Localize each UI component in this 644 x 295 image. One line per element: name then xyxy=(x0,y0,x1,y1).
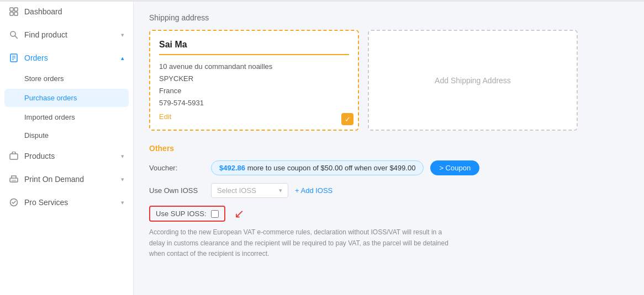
sidebar-sub-purchase-orders-label: Purchase orders xyxy=(24,94,77,102)
svg-line-5 xyxy=(15,36,18,39)
edit-address-link[interactable]: Edit xyxy=(159,112,171,121)
print-chevron-icon: ▾ xyxy=(121,176,124,183)
sidebar-item-orders[interactable]: Orders ▴ xyxy=(0,46,133,69)
address-line3: France xyxy=(159,85,349,97)
pro-icon xyxy=(9,197,19,207)
products-icon xyxy=(9,151,19,161)
notice-text: According to the new European VAT e-comm… xyxy=(149,227,458,259)
ioss-row: Use Own IOSS Select IOSS ▾ + Add IOSS xyxy=(149,183,629,198)
use-own-ioss-label: Use Own IOSS xyxy=(149,186,204,195)
voucher-row: Voucher: $492.86 more to use coupon of $… xyxy=(149,160,629,175)
ioss-select[interactable]: Select IOSS ▾ xyxy=(211,183,288,198)
add-address-label: Add Shipping Address xyxy=(435,76,511,85)
address-line1: 10 avenue du commandant noailles xyxy=(159,61,349,73)
voucher-amount: $492.86 xyxy=(219,164,245,172)
sidebar-item-pro-services[interactable]: Pro Services ▾ xyxy=(0,191,133,214)
svg-rect-3 xyxy=(14,12,18,15)
sidebar-item-print-on-demand[interactable]: Print On Demand ▾ xyxy=(0,168,133,191)
sup-ioss-box: Use SUP IOSS: xyxy=(149,206,225,222)
sup-ioss-row: Use SUP IOSS: ↙ xyxy=(149,206,629,222)
svg-rect-1 xyxy=(14,8,18,11)
red-arrow-icon: ↙ xyxy=(234,207,244,221)
sup-ioss-checkbox[interactable] xyxy=(211,210,219,218)
find-product-chevron-icon: ▾ xyxy=(121,31,124,39)
sidebar-sub-store-orders-label: Store orders xyxy=(24,74,64,83)
sidebar-sub-imported-orders[interactable]: Imported orders xyxy=(0,108,133,126)
others-title: Others xyxy=(149,144,629,153)
sidebar-item-dashboard-label: Dashboard xyxy=(24,7,62,16)
add-address-card[interactable]: Add Shipping Address xyxy=(368,30,578,131)
sidebar-item-products[interactable]: Products ▾ xyxy=(0,144,133,168)
address-row: Sai Ma 10 avenue du commandant noailles … xyxy=(149,30,629,131)
sidebar-sub-imported-orders-label: Imported orders xyxy=(24,113,75,121)
notice-text-content: According to the new European VAT e-comm… xyxy=(149,228,448,257)
sidebar-sub-purchase-orders[interactable]: Purchase orders xyxy=(4,89,129,107)
products-chevron-icon: ▾ xyxy=(121,153,124,160)
main-content: Shipping address Sai Ma 10 avenue du com… xyxy=(134,0,644,295)
dashboard-icon xyxy=(9,7,19,17)
sidebar-sub-store-orders[interactable]: Store orders xyxy=(0,69,133,88)
orders-chevron-icon: ▴ xyxy=(121,55,124,62)
ioss-select-chevron: ▾ xyxy=(279,187,282,194)
ioss-select-placeholder: Select IOSS xyxy=(217,186,256,195)
sidebar-item-print-label: Print On Demand xyxy=(24,175,84,184)
coupon-button[interactable]: > Coupon xyxy=(430,160,479,175)
sidebar-item-dashboard[interactable]: Dashboard xyxy=(0,0,133,23)
sidebar-item-orders-label: Orders xyxy=(24,53,48,62)
sidebar: Dashboard Find product ▾ Orders ▴ Store … xyxy=(0,0,134,295)
sidebar-item-pro-services-label: Pro Services xyxy=(24,198,68,207)
search-icon xyxy=(9,30,19,40)
address-line2: SPYCKER xyxy=(159,73,349,85)
voucher-label: Voucher: xyxy=(149,164,204,172)
address-phone: 579-574-5931 xyxy=(159,97,349,109)
svg-rect-0 xyxy=(10,8,13,11)
svg-rect-2 xyxy=(10,12,13,15)
shipping-section-title: Shipping address xyxy=(149,13,629,22)
address-name: Sai Ma xyxy=(159,40,349,55)
orders-icon xyxy=(9,53,19,63)
print-icon xyxy=(9,174,19,184)
sidebar-item-find-product-label: Find product xyxy=(24,30,67,39)
coupon-button-label: > Coupon xyxy=(439,164,471,172)
address-check-badge: ✓ xyxy=(341,113,353,125)
sidebar-sub-dispute-label: Dispute xyxy=(24,131,49,140)
add-ioss-link[interactable]: + Add IOSS xyxy=(295,186,332,195)
selected-address-card: Sai Ma 10 avenue du commandant noailles … xyxy=(149,30,359,131)
voucher-badge: $492.86 more to use coupon of $50.00 off… xyxy=(211,160,424,175)
voucher-text: more to use coupon of $50.00 off when ov… xyxy=(247,164,416,172)
sidebar-item-products-label: Products xyxy=(24,152,55,160)
sup-ioss-label: Use SUP IOSS: xyxy=(156,210,207,218)
sidebar-sub-dispute[interactable]: Dispute xyxy=(0,126,133,144)
svg-rect-10 xyxy=(10,154,18,159)
pro-chevron-icon: ▾ xyxy=(121,199,124,206)
sidebar-item-find-product[interactable]: Find product ▾ xyxy=(0,23,133,46)
